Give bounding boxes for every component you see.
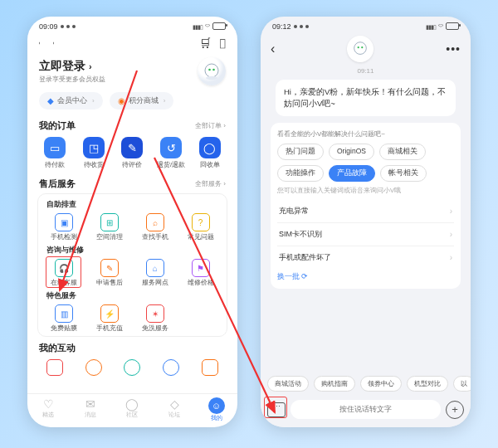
keyboard-icon[interactable]	[267, 402, 286, 417]
fault-item[interactable]: 手机或配件坏了›	[277, 246, 454, 269]
signal-icon	[426, 22, 436, 31]
back-icon[interactable]: ‹	[271, 41, 275, 56]
aftersale-title: 售后服务	[39, 178, 76, 190]
category-chip[interactable]: 功能操作	[277, 165, 324, 182]
chat-input-bar: 按住说话转文字 +	[261, 395, 471, 427]
nav-forum[interactable]: ◇论坛	[154, 397, 196, 422]
order-pending-pay[interactable]: ▭待付款	[36, 137, 75, 169]
repair-price[interactable]: ⚑维修价格	[178, 259, 223, 287]
svg-point-6	[361, 46, 363, 48]
self-find-phone[interactable]: ⌕查找手机	[133, 213, 178, 241]
quick-chip[interactable]: 购机指南	[314, 376, 355, 392]
fault-item[interactable]: 充电异常›	[277, 200, 454, 223]
quick-chip[interactable]: 以	[453, 376, 471, 392]
category-chip[interactable]: 帐号相关	[380, 165, 427, 182]
quick-chips: 商城活动购机指南领券中心机型对比以	[261, 371, 471, 395]
refresh-link[interactable]: 换一批 ⟳	[277, 269, 454, 282]
aftersale-card: 自助排查 ▣手机检测 ⊞空间清理 ⌕查找手机 ?常见问题 咨询与维修 🎧在线客服…	[37, 193, 227, 337]
category-chip[interactable]: 热门问题	[277, 144, 324, 160]
chat-timestamp: 09:11	[261, 66, 471, 76]
welcome-bubble: Hi，亲爱的V粉，新年快乐！有什么问题，不妨问问小V吧~	[276, 80, 456, 116]
nav-community[interactable]: ◯社区	[111, 397, 154, 422]
settings-icon[interactable]	[39, 36, 54, 51]
order-recycle[interactable]: ◯回收单	[190, 137, 229, 169]
interact-4[interactable]	[152, 359, 191, 376]
quick-chip[interactable]: 商城活动	[267, 376, 309, 392]
self-phone-check[interactable]: ▣手机检测	[42, 213, 87, 241]
svg-point-2	[212, 69, 215, 71]
category-chip[interactable]: 产品故障	[329, 165, 375, 182]
status-bar: 09:09	[27, 17, 237, 32]
svg-point-0	[205, 64, 218, 77]
svg-point-5	[358, 46, 359, 48]
voice-input[interactable]: 按住说话转文字	[290, 400, 441, 419]
avatar[interactable]	[198, 57, 226, 85]
login-row[interactable]: 立即登录 › 登录享受更多会员权益	[27, 54, 237, 90]
battery-icon	[212, 22, 226, 30]
nav-mine[interactable]: ☺我的	[195, 397, 237, 422]
order-pending-review[interactable]: ✎待评价	[113, 137, 152, 169]
svg-point-1	[208, 69, 211, 71]
cart-icon[interactable]: 🛒︎	[199, 37, 211, 50]
fault-item[interactable]: SIM卡不识别›	[277, 223, 454, 246]
wifi-icon	[438, 22, 443, 31]
interact-3[interactable]	[113, 359, 152, 376]
help-card: 看看全能的小V都能解决什么问题吧~ 热门问题OriginOS商城相关功能操作产品…	[271, 123, 461, 289]
phone-recharge[interactable]: ⚡手机充值	[87, 304, 133, 333]
interact-2[interactable]	[75, 359, 114, 376]
orders-more[interactable]: 全部订单 ›	[195, 121, 226, 130]
member-center-pill[interactable]: ◆会员中心›	[39, 92, 103, 110]
orders-row: ▭待付款 ◳待收货 ✎待评价 ↺退货/退款 ◯回收单	[27, 134, 237, 174]
nav-msg[interactable]: ✉消息	[70, 397, 112, 422]
self-clean[interactable]: ⊞空间清理	[87, 213, 133, 241]
apply-aftersale[interactable]: ✎申请售后	[87, 259, 133, 287]
phone-chat: 09:12 ‹ ••• 09:11 Hi，亲爱的V粉，新年快乐！有什么问题，不妨…	[261, 17, 471, 427]
free-film[interactable]: ▥免费贴膜	[42, 304, 87, 333]
svg-point-3	[206, 76, 217, 80]
more-icon[interactable]: •••	[446, 42, 461, 56]
plus-icon[interactable]: +	[446, 401, 464, 419]
order-refund[interactable]: ↺退货/退款	[152, 137, 191, 169]
interact-5[interactable]	[190, 359, 229, 376]
nav-home[interactable]: ♡精选	[27, 397, 70, 422]
quick-chip[interactable]: 机型对比	[407, 376, 448, 392]
interact-1[interactable]	[36, 359, 75, 376]
quick-chip[interactable]: 领券中心	[360, 376, 402, 392]
signal-icon	[193, 22, 203, 31]
status-bar: 09:12	[261, 17, 471, 32]
phone-profile: 09:09 🛒︎ ⌷ 立即登录 › 登录享受更多会员权益 ◆会员中心› ◉积分商…	[27, 17, 237, 427]
service-outlets[interactable]: ⌂服务网点	[133, 259, 178, 287]
top-bar: 🛒︎ ⌷	[27, 32, 237, 54]
svg-point-4	[354, 42, 367, 55]
category-chip[interactable]: OriginOS	[329, 144, 374, 160]
online-service[interactable]: 🎧在线客服	[42, 259, 87, 287]
bot-avatar	[347, 36, 374, 62]
category-chip[interactable]: 商城相关	[379, 144, 426, 160]
free-wash[interactable]: ✶免洗服务	[133, 304, 178, 333]
orders-title: 我的订单	[39, 119, 76, 132]
points-mall-pill[interactable]: ◉积分商城›	[110, 92, 174, 110]
order-pending-receive[interactable]: ◳待收货	[75, 137, 114, 169]
self-faq[interactable]: ?常见问题	[178, 213, 223, 241]
message-icon[interactable]: ⌷	[219, 37, 226, 50]
aftersale-more[interactable]: 全部服务 ›	[195, 179, 226, 188]
interact-title: 我的互动	[39, 342, 76, 354]
bottom-nav: ♡精选 ✉消息 ◯社区 ◇论坛 ☺我的	[27, 393, 237, 427]
battery-icon	[446, 22, 459, 30]
wifi-icon	[205, 22, 210, 31]
